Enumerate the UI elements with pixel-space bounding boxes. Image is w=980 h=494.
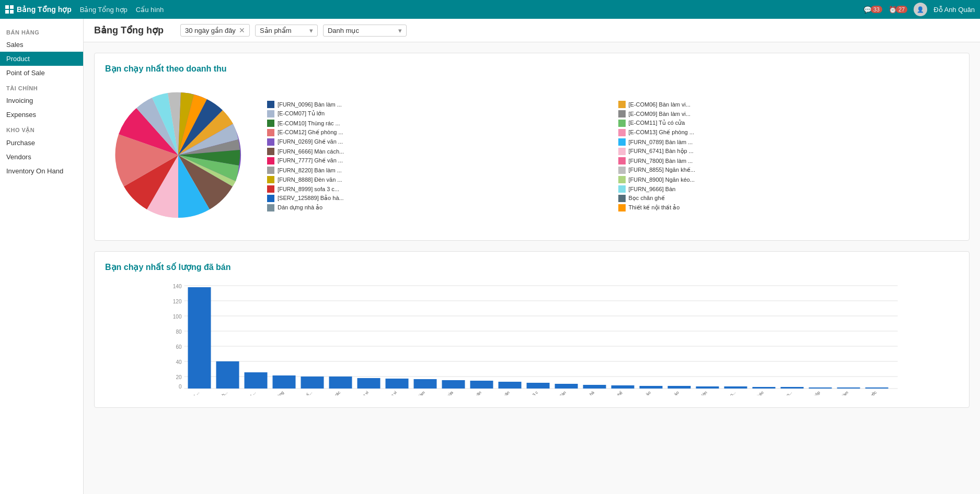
svg-rect-22 [329,377,352,389]
legend-item: [FURN_7800] Bàn làm ... [618,157,959,164]
svg-text:[FURN_0269] Ghế văn ...: [FURN_0269] Ghế văn ... [163,390,200,395]
legend-color [618,110,626,117]
legend-item: [FURN_8855] Ngăn khế... [618,167,959,174]
pie-wrapper [105,82,251,230]
date-filter-label: 30 ngày gần đây [185,27,236,34]
svg-rect-19 [245,372,268,389]
page-header: Bảng Tổng hợp 30 ngày gần đây ✕ Sản phẩm… [84,19,980,42]
legend-color [618,138,626,146]
sidebar-item-product[interactable]: Product [0,52,83,66]
legend-color [618,129,626,136]
legend-label: [FURN_7777] Ghế văn ... [278,157,343,164]
pie-container: [FURN_0096] Bàn làm ...[E-COM06] Bàn làm… [105,82,959,230]
legend-label: [FURN_9666] Bàn [629,186,676,192]
page-title: Bảng Tổng hợp [94,25,164,36]
svg-text:Thiết kế nội thất ảo: Thiết kế nội thất ảo [650,390,681,395]
legend-item: [E-COM11] Tủ có cửa [618,120,959,127]
svg-text:[FURN_8900] Ghế p...: [FURN_8900] Ghế p... [704,390,736,395]
bar-chart-title: Bạn chạy nhất số lượng đã bán [105,262,959,272]
legend-label: [E-COM10] Thùng rác ... [278,120,340,126]
sidebar-section-ban-hang: BÁN HÀNG Sales Product Point of Sale [0,24,83,80]
svg-rect-37 [753,387,776,389]
legend-label: [SERV_125889] Bảo hà... [278,195,344,202]
legend-item: [E-COM06] Bàn làm vi... [618,101,959,108]
svg-rect-31 [583,385,606,389]
legend-label: Bọc chân ghế [629,195,665,202]
svg-text:[E-COM10] Thùng rác: [E-COM10] Thùng rác [309,390,341,395]
svg-text:60: 60 [176,344,182,350]
legend-color [267,101,274,108]
svg-text:80: 80 [176,329,182,335]
svg-text:[FURN_0096] Bàn làm: [FURN_0096] Bàn làm [393,390,426,395]
activity-icon[interactable]: ⏰ 27 [889,6,907,14]
svg-text:[E-COM06] Bàn làm vi: [E-COM06] Bàn làm vi [365,390,398,395]
legend-item: [FURN_6741] Bàn hộp ... [618,148,959,155]
category-filter-dropdown[interactable]: Danh mục ▾ [323,25,407,37]
section-title-ban-hang: BÁN HÀNG [0,24,83,38]
svg-text:Tiền trả trước: Tiền trả trước [856,390,878,395]
svg-rect-41 [866,387,889,389]
topbar-left: Bảng Tổng hợp Bảng Tổng hợp Cấu hình [5,5,863,14]
sidebar-item-inventory[interactable]: Inventory On Hand [0,164,83,178]
legend-label: [E-COM12] Ghế phòng ... [278,129,343,136]
nav-config[interactable]: Cấu hình [136,6,164,14]
legend-item: Thiết kế nội thất ảo [618,204,959,211]
legend-container: [FURN_0096] Bàn làm ...[E-COM06] Bàn làm… [267,101,959,211]
sidebar: BÁN HÀNG Sales Product Point of Sale TÀI… [0,19,84,494]
sidebar-item-expenses[interactable]: Expenses [0,108,83,122]
legend-label: [FURN_8220] Bàn làm ... [278,167,342,173]
legend-item: [E-COM13] Ghế phòng ... [618,129,959,136]
svg-rect-20 [273,375,296,389]
legend-item: [E-COM12] Ghế phòng ... [267,129,608,136]
legend-item: [FURN_6666] Màn cách... [267,148,608,155]
svg-rect-36 [724,386,747,389]
legend-item: [FURN_8999] sofa 3 c... [267,185,608,193]
legend-label: [FURN_6741] Bàn hộp ... [629,148,694,155]
svg-text:0: 0 [179,384,182,390]
sidebar-item-purchase[interactable]: Purchase [0,136,83,150]
legend-label: [FURN_7800] Bàn làm ... [629,158,693,164]
svg-text:140: 140 [173,284,182,289]
legend-item: [FURN_7777] Ghế văn ... [267,157,608,164]
sidebar-item-sales[interactable]: Sales [0,38,83,52]
legend-item: [FURN_0096] Bàn làm ... [267,101,608,108]
date-filter-remove[interactable]: ✕ [239,26,245,34]
layout: BÁN HÀNG Sales Product Point of Sale TÀI… [0,19,980,494]
svg-text:Bọc chân ghế: Bọc chân ghế [602,390,624,395]
svg-text:[FURN_6741] Bàn hộp: [FURN_6741] Bàn hộp [788,390,821,395]
category-filter-label: Danh mục [328,27,359,34]
nav-dashboard[interactable]: Bảng Tổng hợp [80,6,128,14]
date-filter-tag[interactable]: 30 ngày gần đây ✕ [180,24,250,37]
legend-label: [E-COM13] Ghế phòng ... [629,129,695,136]
messages-icon[interactable]: 💬 33 [863,6,882,14]
sidebar-item-invoicing[interactable]: Invoicing [0,93,83,108]
app-logo[interactable]: Bảng Tổng hợp [5,5,72,14]
sidebar-item-pos[interactable]: Point of Sale [0,66,83,80]
svg-rect-38 [781,387,804,389]
svg-rect-21 [301,377,324,389]
svg-rect-28 [499,382,522,389]
legend-color [618,204,626,211]
svg-rect-40 [837,387,860,389]
bar-chart-container: 140 120 100 80 60 40 20 0 [105,280,959,397]
sidebar-item-vendors[interactable]: Vendors [0,150,83,164]
svg-rect-23 [358,378,381,389]
user-name[interactable]: Đỗ Anh Quân [933,6,975,14]
legend-item: [E-COM07] Tủ lớn [267,110,608,117]
svg-text:[FURN_8220] Bàn làm: [FURN_8220] Bàn làm [816,390,850,395]
pie-chart-svg [105,82,251,228]
topbar-right: 💬 33 ⏰ 27 👤 Đỗ Anh Quân [863,3,975,16]
svg-rect-30 [555,384,578,389]
sidebar-section-kho-van: KHO VẬN Purchase Vendors Inventory On Ha… [0,122,83,178]
product-filter-dropdown[interactable]: Sản phẩm ▾ [255,25,318,37]
topbar: Bảng Tổng hợp Bảng Tổng hợp Cấu hình 💬 3… [0,0,980,19]
svg-text:120: 120 [173,299,182,304]
legend-item: [SERV_125889] Bảo hà... [267,195,608,202]
legend-label: [E-COM06] Bàn làm vi... [629,101,691,108]
avatar: 👤 [914,3,927,16]
svg-rect-24 [386,379,409,389]
svg-rect-26 [442,380,465,389]
legend-label: [E-COM11] Tủ có cửa [629,120,685,126]
svg-text:[FURN_8888] Đèn văn: [FURN_8888] Đèn văn [449,390,482,395]
legend-color [267,148,274,155]
